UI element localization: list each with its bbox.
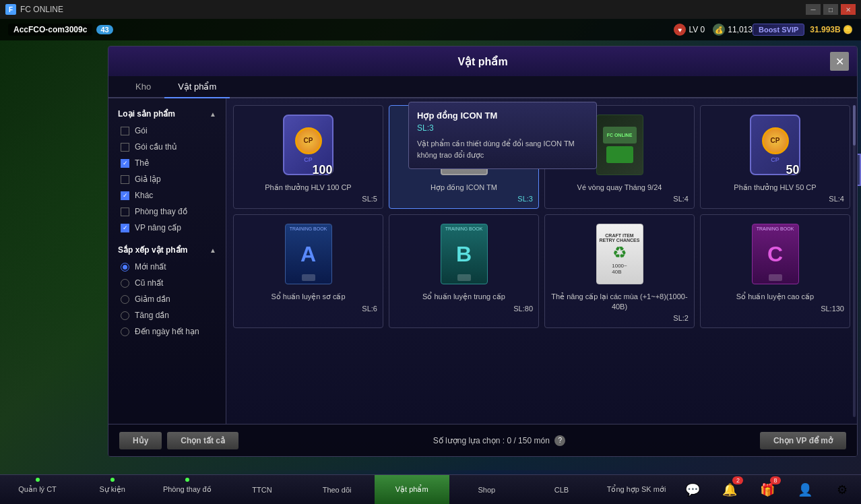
game-background: AccFCO-com3009c 43 ♥ LV 0 💰 11,013 Boost… bbox=[0, 19, 861, 504]
item-sl-3: SL:4 bbox=[673, 195, 689, 203]
item-img-8: TRAINING BOOK C bbox=[748, 220, 802, 288]
hud-coins: 11,013 bbox=[728, 25, 753, 34]
nav-label-shop: Shop bbox=[478, 486, 495, 494]
item-card-8[interactable]: TRAINING BOOK C Sổ huấn luyện cao cấp SL… bbox=[700, 214, 850, 328]
nav-settings[interactable]: ⚙ bbox=[823, 475, 861, 504]
ticket-card: FC ONLINE bbox=[596, 115, 643, 175]
book-b-card: TRAINING BOOK B bbox=[441, 224, 488, 284]
boost-tier: SVIP bbox=[782, 26, 798, 34]
sort-tang-dan[interactable]: Tăng dần bbox=[108, 307, 226, 323]
checkbox-vp-nang-cap[interactable] bbox=[121, 224, 129, 232]
radio-het-han[interactable] bbox=[121, 327, 129, 336]
product-type-arrow: ▲ bbox=[210, 111, 216, 118]
nav-ttcn[interactable]: TTCN bbox=[224, 475, 299, 504]
ticket-logo: FC ONLINE bbox=[603, 127, 637, 144]
item-card-2[interactable]: CONTRACTICON TM 🏅 Hợp đồng ICON TM SL:3 bbox=[389, 105, 539, 209]
checkbox-goi-cau-thu[interactable] bbox=[121, 143, 129, 152]
nav-clb[interactable]: CLB bbox=[524, 475, 599, 504]
nav-gift[interactable]: 🎁 8 bbox=[748, 475, 786, 504]
nav-label-theo-doi: Theo dõi bbox=[323, 486, 352, 494]
minimize-btn[interactable]: ─ bbox=[806, 4, 821, 15]
book-b-letter: B bbox=[456, 242, 472, 267]
radio-moi-nhat[interactable] bbox=[121, 263, 129, 272]
maximize-btn[interactable]: □ bbox=[823, 4, 838, 15]
sort-cu-nhat[interactable]: Cũ nhất bbox=[108, 275, 226, 291]
book-b-title: TRAINING BOOK bbox=[443, 226, 486, 231]
nav-chat[interactable]: 💬 bbox=[674, 475, 711, 504]
modal-header: Vật phẩm ✕ bbox=[108, 46, 857, 76]
nav-label-su-kien: Sự kiện bbox=[99, 485, 125, 494]
item-qty-overlay-1: 100 bbox=[312, 163, 332, 177]
nav-profile[interactable]: 👤 bbox=[786, 475, 824, 504]
sort-moi-nhat[interactable]: Mới nhất bbox=[108, 259, 226, 275]
nav-su-kien[interactable]: Sự kiện bbox=[75, 475, 150, 504]
icon-tm-text: CONTRACTICON TM bbox=[451, 129, 477, 138]
item-card-3[interactable]: FC ONLINE Vé vòng quay Tháng 9/24 SL:4 bbox=[544, 105, 695, 209]
filter-gia-lap[interactable]: Giả lập bbox=[108, 171, 226, 187]
items-grid: CP CP 100 Phần thưởng HLV 100 CP SL:5 CO bbox=[233, 105, 850, 328]
ticket-logo-text: FC ONLINE bbox=[607, 133, 633, 137]
filter-phong-thay-do-label: Phòng thay đồ bbox=[135, 207, 187, 216]
hud-lv-stat: ♥ LV 0 bbox=[674, 24, 705, 36]
hud-boost: Boost SVIP bbox=[753, 24, 804, 36]
item-card-6[interactable]: TRAINING BOOK B Sổ huấn luyện trung cấp … bbox=[389, 214, 539, 328]
book-c-logo bbox=[769, 274, 782, 281]
sort-label: Sắp xếp vật phẩm bbox=[118, 245, 187, 255]
scroll-thumb[interactable] bbox=[853, 105, 856, 146]
filter-vp-nang-cap[interactable]: VP nâng cấp bbox=[108, 220, 226, 236]
dot-su-kien bbox=[110, 478, 115, 482]
sort-het-han[interactable]: Đến ngày hết hạn bbox=[108, 323, 226, 340]
radio-tang-dan[interactable] bbox=[121, 311, 129, 320]
checkbox-goi[interactable] bbox=[121, 127, 129, 135]
radio-giam-dan[interactable] bbox=[121, 295, 129, 304]
tab-kho[interactable]: Kho bbox=[122, 76, 164, 98]
help-icon[interactable]: ? bbox=[554, 435, 565, 446]
choose-vp-btn[interactable]: Chọn VP để mở bbox=[760, 432, 846, 449]
notification-badge: 2 bbox=[732, 476, 743, 484]
close-btn[interactable]: ✕ bbox=[841, 4, 856, 15]
checkbox-the[interactable] bbox=[121, 159, 129, 168]
nav-vat-pham[interactable]: Vật phẩm bbox=[375, 475, 449, 504]
book-a-title: TRAINING BOOK bbox=[287, 226, 330, 231]
nav-shop[interactable]: Shop bbox=[449, 475, 524, 504]
book-c-card: TRAINING BOOK C bbox=[752, 224, 799, 284]
cancel-btn[interactable]: Hủy bbox=[119, 432, 162, 449]
sort-giam-dan[interactable]: Giảm dần bbox=[108, 291, 226, 307]
hud-coins-stat: 💰 11,013 bbox=[713, 24, 753, 36]
main-modal: Vật phẩm ✕ Kho Vật phẩm Loại sản phẩm ▲ … bbox=[108, 46, 858, 457]
select-all-btn[interactable]: Chọn tất cả bbox=[167, 432, 238, 449]
checkbox-khac[interactable] bbox=[121, 191, 129, 200]
item-card-7[interactable]: CRAFT ITEMRETRY CHANCES ♻ 1000~40B Thẻ n… bbox=[544, 214, 695, 328]
item-card-1[interactable]: CP CP 100 Phần thưởng HLV 100 CP SL:5 bbox=[233, 105, 383, 209]
nav-notification[interactable]: 🔔 2 bbox=[711, 475, 749, 504]
chat-icon: 💬 bbox=[685, 482, 700, 497]
icon-tm-card: CONTRACTICON TM 🏅 bbox=[441, 115, 488, 175]
nav-phong-thay-do[interactable]: Phòng thay đồ bbox=[150, 475, 224, 504]
item-sl-1: SL:5 bbox=[362, 195, 377, 203]
sidebar-sort-header[interactable]: Sắp xếp vật phẩm ▲ bbox=[108, 241, 226, 259]
hud-lv-label: LV 0 bbox=[689, 25, 705, 34]
filter-khac[interactable]: Khác bbox=[108, 187, 226, 203]
item-card-5[interactable]: TRAINING BOOK A Sổ huấn luyện sơ cấp SL:… bbox=[233, 214, 383, 328]
tab-vat-pham[interactable]: Vật phẩm bbox=[164, 76, 230, 98]
sidebar-product-type-header[interactable]: Loại sản phẩm ▲ bbox=[108, 105, 226, 123]
nav-theo-doi[interactable]: Theo dõi bbox=[300, 475, 375, 504]
radio-cu-nhat[interactable] bbox=[121, 279, 129, 288]
lv-icon: ♥ bbox=[674, 24, 686, 36]
filter-goi[interactable]: Gói bbox=[108, 123, 226, 139]
retry-card: CRAFT ITEMRETRY CHANCES ♻ 1000~40B bbox=[596, 224, 643, 284]
modal-close-btn[interactable]: ✕ bbox=[830, 52, 849, 71]
item-sl-5: SL:6 bbox=[362, 305, 377, 313]
filter-phong-thay-do[interactable]: Phòng thay đồ bbox=[108, 203, 226, 220]
item-card-4[interactable]: CP CP 50 Phần thưởng HLV 50 CP SL:4 bbox=[700, 105, 850, 209]
item-sl-7: SL:2 bbox=[673, 314, 689, 322]
checkbox-gia-lap[interactable] bbox=[121, 175, 129, 184]
cp-text-50: CP bbox=[771, 156, 779, 163]
filter-the[interactable]: Thẻ bbox=[108, 155, 226, 171]
footer-count: Số lượng lựa chọn : 0 / 150 món ? bbox=[244, 435, 755, 446]
nav-tong-hop-sk-moi[interactable]: Tổng hợp SK mới bbox=[599, 475, 674, 504]
filter-goi-cau-thu[interactable]: Gói cầu thủ bbox=[108, 139, 226, 155]
nav-quan-ly-ct[interactable]: Quản lý CT bbox=[0, 475, 75, 504]
checkbox-phong-thay-do[interactable] bbox=[121, 208, 129, 216]
sort-moi-nhat-label: Mới nhất bbox=[135, 262, 166, 272]
